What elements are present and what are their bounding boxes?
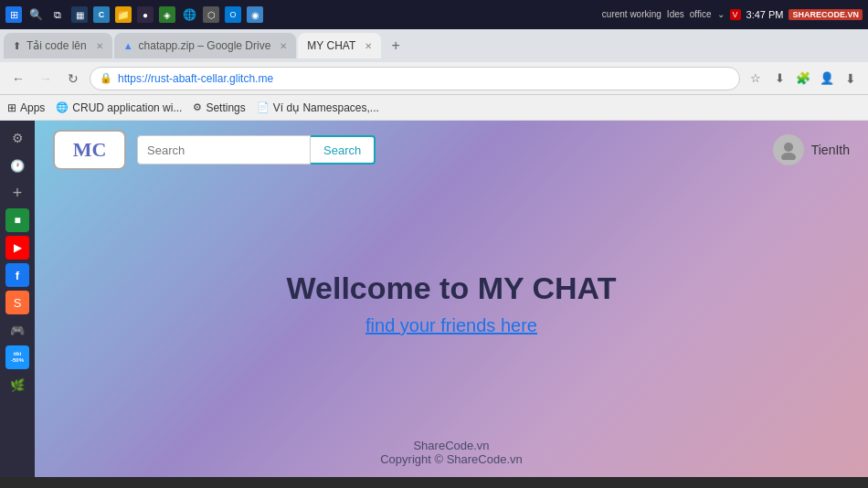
profile-icon[interactable]: 👤 [817, 69, 837, 89]
tab-mychat-close[interactable]: ✕ [365, 41, 372, 51]
coc-coc-icon[interactable]: C [93, 6, 110, 23]
address-actions: ☆ ⬇ 🧩 👤 ⬇ [746, 69, 861, 89]
sidebar-tiki-icon[interactable]: tiki -50% [5, 345, 29, 369]
search-form: Search [137, 135, 376, 164]
tab-bar: ⬆ Tải code lên ✕ ▲ chatapp.zip – Google … [0, 29, 868, 62]
ides-label: Ides [667, 9, 684, 19]
bookmark-namespaces[interactable]: 📄 Ví dụ Namespaces,... [257, 101, 379, 114]
left-sidebar: ⚙ 🕐 + ■ ▶ f S 🎮 tiki -50% 🌿 [0, 121, 35, 477]
chevron-down-icon[interactable]: ⌄ [717, 9, 725, 19]
bookmark-apps-label: Apps [20, 101, 45, 114]
tab-upload-label: Tải code lên [26, 39, 87, 52]
app-icon-11[interactable]: ◉ [247, 6, 263, 23]
sidebar-add-icon[interactable]: + [5, 181, 29, 205]
download-icon[interactable]: ⬇ [841, 69, 861, 89]
bookmark-star-icon[interactable]: ☆ [746, 69, 766, 89]
tab-drive-label: chatapp.zip – Google Drive [139, 39, 271, 52]
crud-favicon: 🌐 [56, 101, 69, 113]
app-body: Wellcome to MY CHAT find your friends he… [35, 179, 868, 428]
app-content: MC Search TienIth Wellcome to MY CHAT fi… [35, 121, 868, 477]
sidebar-settings-icon[interactable]: ⚙ [5, 126, 29, 150]
ns-favicon: 📄 [257, 101, 270, 113]
bookmark-settings-label: Settings [206, 101, 245, 114]
bookmark-crud[interactable]: 🌐 CRUD application wi... [56, 101, 182, 114]
outlook-icon[interactable]: O [225, 6, 241, 23]
footer-site: ShareCode.vn [46, 439, 857, 452]
bookmark-settings[interactable]: ⚙ Settings [193, 101, 245, 114]
taskbar-right: curent working Ides office ⌄ V 3:47 PM S… [602, 8, 863, 21]
footer-copyright: Copyright © ShareCode.vn [46, 452, 857, 466]
lock-icon: 🔒 [100, 72, 112, 84]
settings-favicon: ⚙ [193, 101, 202, 113]
browser-chrome: ⬆ Tải code lên ✕ ▲ chatapp.zip – Google … [0, 29, 868, 121]
app-icon-7[interactable]: ◈ [159, 6, 175, 23]
app-logo: MC [53, 130, 126, 170]
sidebar-leaf-icon[interactable]: 🌿 [5, 373, 29, 397]
user-name-label: TienIth [811, 143, 850, 157]
sidebar-history-icon[interactable]: 🕐 [5, 154, 29, 177]
back-button[interactable]: ← [7, 68, 29, 90]
search-button[interactable]: Search [311, 135, 376, 164]
apps-icon: ⊞ [7, 101, 16, 114]
app-header: MC Search TienIth [35, 121, 868, 179]
sidebar-game-icon[interactable]: 🎮 [5, 318, 29, 342]
taskbar-left: ⊞ 🔍 ⧉ ▦ C 📁 ● ◈ 🌐 ⬡ O ◉ [5, 6, 263, 23]
chrome-icon[interactable]: 🌐 [181, 6, 197, 23]
main-area: ⚙ 🕐 + ■ ▶ f S 🎮 tiki -50% 🌿 MC Search [0, 121, 868, 477]
url-box[interactable]: 🔒 https://rust-abaft-cellar.glitch.me [90, 67, 740, 90]
obs-icon[interactable]: ● [137, 6, 153, 23]
taskview-icon[interactable]: ⧉ [49, 6, 66, 23]
tab-upload[interactable]: ⬆ Tải code lên ✕ [4, 33, 112, 58]
find-friends-link[interactable]: find your friends here [365, 315, 537, 336]
tab-add-button[interactable]: + [383, 33, 408, 58]
app-footer: ShareCode.vn Copyright © ShareCode.vn [35, 428, 868, 477]
svg-point-1 [781, 153, 796, 160]
tab-drive-favicon: ▲ [123, 40, 133, 51]
tab-mychat-label: MY CHAT [307, 39, 355, 52]
tab-upload-close[interactable]: ✕ [96, 41, 103, 51]
sharecode-badge: SHARECODE.VN [789, 9, 863, 20]
sidebar-facebook-icon[interactable]: f [5, 263, 29, 287]
tab-upload-favicon: ⬆ [13, 40, 21, 52]
search-input[interactable] [137, 135, 311, 164]
bookmark-apps[interactable]: ⊞ Apps [7, 101, 45, 114]
download-page-icon[interactable]: ⬇ [769, 69, 789, 89]
tab-drive[interactable]: ▲ chatapp.zip – Google Drive ✕ [114, 33, 297, 58]
tiki-label: tiki [14, 351, 22, 357]
reload-button[interactable]: ↻ [62, 68, 84, 90]
address-bar: ← → ↻ 🔒 https://rust-abaft-cellar.glitch… [0, 62, 868, 95]
url-text: https://rust-abaft-cellar.glitch.me [118, 72, 730, 85]
tab-mychat[interactable]: MY CHAT ✕ [298, 33, 381, 58]
current-working-label: curent working [602, 9, 662, 19]
avatar [773, 134, 804, 165]
time: 3:47 PM [746, 8, 784, 21]
bookmark-namespaces-label: Ví dụ Namespaces,... [273, 101, 379, 114]
v-icon: V [730, 9, 741, 20]
app-icon-9[interactable]: ⬡ [203, 6, 219, 23]
time-display: 3:47 PM [746, 8, 784, 21]
search-taskbar-icon[interactable]: 🔍 [27, 6, 44, 23]
forward-button[interactable]: → [35, 68, 57, 90]
widget-icon[interactable]: ▦ [71, 6, 88, 23]
bookmarks-bar: ⊞ Apps 🌐 CRUD application wi... ⚙ Settin… [0, 95, 868, 121]
extensions-icon[interactable]: 🧩 [793, 69, 813, 89]
user-area: TienIth [773, 134, 850, 165]
svg-point-0 [784, 143, 793, 152]
sidebar-shopify-icon[interactable]: S [5, 291, 29, 314]
taskbar: ⊞ 🔍 ⧉ ▦ C 📁 ● ◈ 🌐 ⬡ O ◉ curent working I… [0, 0, 868, 29]
sidebar-green-icon[interactable]: ■ [5, 208, 29, 232]
tab-drive-close[interactable]: ✕ [280, 41, 287, 51]
sidebar-youtube-icon[interactable]: ▶ [5, 236, 29, 260]
logo-text: MC [73, 138, 107, 162]
windows-icon[interactable]: ⊞ [5, 6, 22, 23]
bookmark-crud-label: CRUD application wi... [72, 101, 182, 114]
tiki-discount-label: -50% [11, 357, 24, 364]
welcome-title: Wellcome to MY CHAT [287, 271, 617, 306]
office-label: office [690, 9, 712, 19]
file-explorer-icon[interactable]: 📁 [115, 6, 132, 23]
